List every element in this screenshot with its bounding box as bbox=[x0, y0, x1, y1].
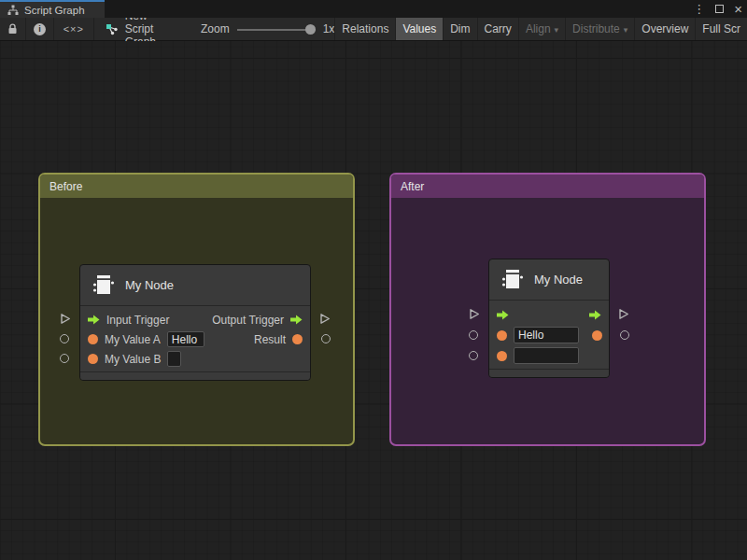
script-graph-icon bbox=[7, 5, 19, 16]
port-row-trigger bbox=[489, 304, 609, 325]
unit-node-icon bbox=[500, 267, 525, 292]
port-row-value-b: My Value B bbox=[80, 349, 310, 369]
dim-label: Dim bbox=[450, 22, 470, 35]
tab-script-graph[interactable]: Script Graph bbox=[0, 0, 105, 18]
port-row-value-b bbox=[489, 345, 609, 366]
external-trigger-out-port[interactable] bbox=[319, 313, 331, 325]
zoom-slider-track bbox=[237, 29, 316, 31]
node-after-body bbox=[489, 301, 609, 366]
graph-toolbar: i <×> New Script Graph Zoom 1x Relations… bbox=[0, 18, 747, 41]
relations-label: Relations bbox=[342, 22, 388, 35]
zoom-slider-handle[interactable] bbox=[305, 24, 316, 35]
result-port-icon[interactable] bbox=[292, 334, 303, 344]
external-result-port[interactable] bbox=[321, 334, 331, 343]
node-before-body: Input Trigger Output Trigger My Value A … bbox=[80, 306, 310, 369]
view-buttons: Relations Values Dim Carry Align ▾ Distr… bbox=[334, 18, 747, 40]
code-view-icon: <×> bbox=[63, 23, 84, 35]
value-b-label: My Value B bbox=[105, 353, 161, 366]
graph-name-chip[interactable]: New Script Graph bbox=[94, 18, 167, 40]
close-icon[interactable]: × bbox=[734, 2, 742, 16]
external-value-a-port[interactable] bbox=[60, 334, 69, 343]
node-before-footer bbox=[80, 371, 310, 380]
unit-node-icon bbox=[91, 273, 116, 298]
align-label: Align bbox=[526, 22, 551, 35]
carry-button[interactable]: Carry bbox=[477, 18, 518, 40]
overview-button[interactable]: Overview bbox=[634, 18, 695, 40]
port-row-value-a: My Value A Result bbox=[80, 329, 310, 349]
input-trigger-port-icon[interactable] bbox=[497, 310, 509, 320]
zoom-label: Zoom bbox=[201, 22, 230, 35]
value-b-port-icon[interactable] bbox=[88, 354, 98, 364]
output-trigger-port-icon[interactable] bbox=[290, 315, 303, 325]
node-after-footer bbox=[489, 369, 609, 377]
value-a-label: My Value A bbox=[105, 333, 161, 346]
value-a-input[interactable] bbox=[167, 331, 204, 347]
fullscreen-label: Full Scr bbox=[702, 22, 740, 35]
zoom-slider[interactable] bbox=[237, 24, 316, 35]
code-view-button[interactable]: <×> bbox=[54, 18, 94, 40]
node-after[interactable]: My Node bbox=[488, 259, 610, 378]
node-after-box[interactable]: My Node bbox=[488, 259, 610, 378]
dim-button[interactable]: Dim bbox=[443, 18, 476, 40]
external-value-b-port[interactable] bbox=[469, 351, 478, 360]
chevron-down-icon: ▾ bbox=[624, 25, 628, 35]
info-icon: i bbox=[34, 23, 46, 35]
maximize-icon[interactable] bbox=[715, 5, 724, 13]
value-b-port-icon[interactable] bbox=[497, 351, 507, 361]
output-trigger-label: Output Trigger bbox=[212, 314, 284, 327]
carry-label: Carry bbox=[485, 22, 512, 35]
overview-label: Overview bbox=[641, 22, 688, 35]
lock-button[interactable] bbox=[0, 18, 26, 40]
value-a-port-icon[interactable] bbox=[88, 334, 98, 344]
fullscreen-button[interactable]: Full Scr bbox=[695, 18, 747, 40]
tab-label: Script Graph bbox=[24, 5, 85, 16]
external-value-b-port[interactable] bbox=[60, 354, 69, 363]
result-port-icon[interactable] bbox=[592, 330, 602, 341]
chevron-down-icon: ▾ bbox=[555, 25, 559, 35]
values-label: Values bbox=[402, 22, 436, 35]
port-row-trigger: Input Trigger Output Trigger bbox=[80, 310, 310, 329]
values-button[interactable]: Values bbox=[395, 18, 443, 40]
zoom-control: Zoom 1x bbox=[201, 18, 334, 40]
relations-button[interactable]: Relations bbox=[334, 18, 395, 40]
input-trigger-port-icon[interactable] bbox=[88, 315, 100, 325]
external-trigger-in-port[interactable] bbox=[469, 308, 480, 320]
group-before-title: Before bbox=[49, 180, 82, 193]
distribute-dropdown[interactable]: Distribute ▾ bbox=[565, 18, 634, 40]
port-row-value-a bbox=[489, 325, 609, 345]
graph-icon bbox=[106, 23, 119, 35]
output-trigger-port-icon[interactable] bbox=[589, 310, 601, 320]
window-titlebar: Script Graph ⋮ × bbox=[0, 0, 747, 18]
value-b-input[interactable] bbox=[167, 351, 181, 367]
external-result-port[interactable] bbox=[620, 330, 629, 340]
lock-icon bbox=[7, 23, 18, 35]
zoom-value: 1x bbox=[323, 22, 335, 35]
result-label: Result bbox=[254, 333, 286, 346]
group-before-header[interactable]: Before bbox=[40, 175, 353, 198]
node-after-title: My Node bbox=[534, 273, 583, 287]
value-b-input[interactable] bbox=[514, 347, 579, 364]
group-after-title: After bbox=[401, 180, 424, 193]
input-trigger-label: Input Trigger bbox=[106, 314, 169, 327]
inspect-button[interactable]: i bbox=[26, 18, 54, 40]
node-before-title: My Node bbox=[125, 278, 174, 292]
node-before-box[interactable]: My Node Input Trigger Output Trigger bbox=[79, 264, 311, 381]
node-before-header[interactable]: My Node bbox=[80, 265, 310, 306]
external-trigger-out-port[interactable] bbox=[618, 308, 629, 320]
align-dropdown[interactable]: Align ▾ bbox=[518, 18, 565, 40]
group-after-header[interactable]: After bbox=[391, 175, 704, 198]
external-trigger-in-port[interactable] bbox=[60, 313, 71, 325]
window-controls: ⋮ × bbox=[693, 0, 742, 18]
external-value-a-port[interactable] bbox=[469, 330, 478, 340]
graph-canvas[interactable]: Before After My Node bbox=[0, 41, 747, 560]
node-after-header[interactable]: My Node bbox=[489, 259, 609, 301]
window-menu-icon[interactable]: ⋮ bbox=[693, 3, 705, 15]
node-before[interactable]: My Node Input Trigger Output Trigger bbox=[79, 264, 311, 381]
distribute-label: Distribute bbox=[572, 22, 620, 35]
value-a-input[interactable] bbox=[514, 327, 579, 343]
value-a-port-icon[interactable] bbox=[497, 330, 507, 341]
